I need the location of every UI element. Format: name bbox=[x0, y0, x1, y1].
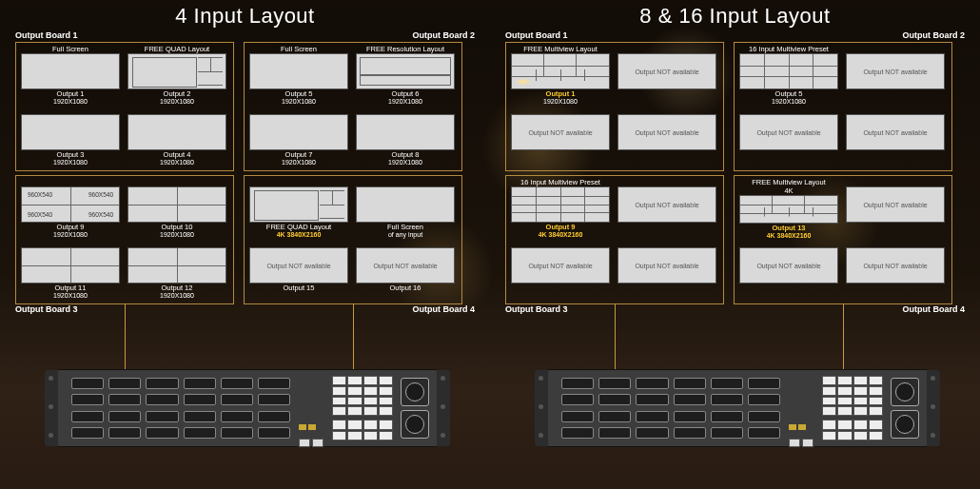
label-output-board-1: Output Board 1 bbox=[505, 30, 568, 40]
output-15: Output NOT available Output 15 bbox=[248, 239, 349, 292]
output-full-any: Full Screen of any input bbox=[355, 178, 456, 239]
output-na: Output NOT available bbox=[617, 239, 717, 284]
output-11: Output 11 1920X1080 bbox=[20, 239, 121, 300]
highlight-icon bbox=[515, 78, 532, 86]
thumb-not-available: Output NOT available bbox=[617, 53, 716, 89]
thumb-16-grid bbox=[511, 186, 610, 223]
output-na: Output NOT available bbox=[617, 106, 717, 150]
output-2: FREE QUAD Layout Output 2 1920X1080 bbox=[127, 45, 227, 106]
output-board-3: 16 Input Multiview Preset Output 9 4K 38… bbox=[505, 175, 724, 304]
output-board-4: FREE Multiview Layout4K Output 13 4K 384… bbox=[734, 175, 952, 304]
thumb-not-available: Output NOT available bbox=[617, 247, 716, 284]
label-output-board-2: Output Board 2 bbox=[413, 30, 476, 40]
thumb-fullscreen bbox=[21, 53, 120, 89]
output-na: Output NOT available bbox=[510, 239, 611, 284]
output-na: Output NOT available bbox=[617, 45, 717, 89]
label-output-board-2: Output Board 2 bbox=[903, 30, 966, 40]
output-8: Output 8 1920X1080 bbox=[355, 106, 456, 166]
thumb-16-preset bbox=[739, 53, 838, 89]
hardware-unit-right bbox=[547, 369, 928, 447]
output-16: Output NOT available Output 16 bbox=[355, 239, 456, 292]
thumb-quad bbox=[127, 186, 226, 223]
output-na: Output NOT available bbox=[617, 178, 717, 223]
thumb-free-quad bbox=[249, 186, 348, 223]
label-output-board-4: Output Board 4 bbox=[413, 304, 476, 314]
aux-ports bbox=[298, 418, 326, 440]
thumb-fullscreen bbox=[249, 53, 348, 89]
thumb-blank bbox=[21, 114, 120, 150]
output-na: Output NOT available bbox=[738, 239, 839, 284]
output-board-1: FREE Multiview Layout Output 1 1920X1080… bbox=[505, 42, 724, 171]
output-board-3: 960X540 960X540 960X540 960X540 Output 9… bbox=[15, 175, 234, 304]
thumb-not-available: Output NOT available bbox=[846, 53, 945, 89]
button-grid bbox=[332, 376, 393, 416]
thumb-free-resolution bbox=[356, 53, 455, 89]
label-output-board-4: Output Board 4 bbox=[903, 304, 966, 314]
thumb-free-multiview bbox=[511, 53, 610, 89]
panel-4-input: 4 Input Layout Output Board 1 Output Boa… bbox=[0, 0, 490, 489]
thumb-not-available: Output NOT available bbox=[511, 114, 610, 150]
output-5: 16 Input Multiview Preset Output 5 1920X… bbox=[738, 45, 839, 106]
output-board-2: Full Screen Output 5 1920X1080 FREE Reso… bbox=[244, 42, 462, 171]
output-na: Output NOT available bbox=[845, 178, 946, 223]
aux-ports bbox=[788, 418, 816, 440]
thumb-not-available: Output NOT available bbox=[846, 114, 945, 150]
xlr-port-1 bbox=[891, 378, 919, 406]
output-10: Output 10 1920X1080 bbox=[127, 178, 227, 239]
output-na: Output NOT available bbox=[738, 106, 839, 150]
xlr-port-2 bbox=[401, 410, 429, 439]
thumb-quad bbox=[21, 247, 120, 284]
output-board-4: FREE QUAD Layout 4K 3840X2160 Full Scree… bbox=[244, 175, 462, 304]
thumb-not-available: Output NOT available bbox=[739, 247, 838, 284]
thumb-free-multiview-4k bbox=[739, 195, 838, 224]
output-free-quad-4k: FREE QUAD Layout 4K 3840X2160 bbox=[248, 178, 349, 239]
button-grid bbox=[822, 376, 883, 416]
button-grid-2 bbox=[332, 420, 393, 440]
thumb-not-available: Output NOT available bbox=[249, 247, 348, 284]
hardware-unit-left bbox=[57, 369, 438, 447]
xlr-port-1 bbox=[401, 378, 429, 406]
xlr-port-2 bbox=[891, 410, 919, 439]
thumb-fullscreen bbox=[356, 186, 455, 223]
thumb-not-available: Output NOT available bbox=[846, 247, 945, 284]
panel-8-16-input: 8 & 16 Input Layout Output Board 1 Outpu… bbox=[490, 0, 980, 489]
output-board-1: Full Screen Output 1 1920X1080 FREE QUAD… bbox=[15, 42, 234, 171]
thumb-not-available: Output NOT available bbox=[846, 186, 945, 223]
output-4: Output 4 1920X1080 bbox=[127, 106, 227, 166]
thumb-not-available: Output NOT available bbox=[617, 186, 716, 223]
thumb-not-available: Output NOT available bbox=[511, 247, 610, 284]
thumb-quad bbox=[127, 247, 226, 284]
output-6: FREE Resolution Layout Output 6 1920X108… bbox=[355, 45, 456, 106]
button-grid-2 bbox=[822, 420, 883, 440]
output-na: Output NOT available bbox=[845, 106, 946, 150]
output-1: Full Screen Output 1 1920X1080 bbox=[20, 45, 121, 106]
title-8-16-input: 8 & 16 Input Layout bbox=[490, 4, 980, 29]
output-5: Full Screen Output 5 1920X1080 bbox=[248, 45, 349, 106]
thumb-not-available: Output NOT available bbox=[356, 247, 455, 284]
output-na: Output NOT available bbox=[845, 45, 946, 89]
hdmi-ports bbox=[71, 378, 290, 440]
output-7: Output 7 1920X1080 bbox=[248, 106, 349, 166]
output-9: 960X540 960X540 960X540 960X540 Output 9… bbox=[20, 178, 121, 239]
output-13: FREE Multiview Layout4K Output 13 4K 384… bbox=[738, 178, 839, 240]
title-4-input: 4 Input Layout bbox=[0, 4, 490, 29]
thumb-free-quad bbox=[127, 53, 226, 89]
thumb-blank bbox=[356, 114, 455, 150]
output-12: Output 12 1920X1080 bbox=[127, 239, 227, 300]
thumb-not-available: Output NOT available bbox=[739, 114, 838, 150]
output-3: Output 3 1920X1080 bbox=[20, 106, 121, 166]
label-output-board-3: Output Board 3 bbox=[505, 304, 568, 314]
output-na: Output NOT available bbox=[510, 106, 611, 150]
label-output-board-3: Output Board 3 bbox=[15, 304, 78, 314]
hdmi-ports bbox=[561, 378, 780, 440]
thumb-blank bbox=[127, 114, 226, 150]
thumb-blank bbox=[249, 114, 348, 150]
output-1: FREE Multiview Layout Output 1 1920X1080 bbox=[510, 45, 611, 106]
thumb-not-available: Output NOT available bbox=[617, 114, 716, 150]
output-na: Output NOT available bbox=[845, 239, 946, 284]
output-9: 16 Input Multiview Preset Output 9 4K 38… bbox=[510, 178, 611, 239]
label-output-board-1: Output Board 1 bbox=[15, 30, 78, 40]
output-board-2: 16 Input Multiview Preset Output 5 1920X… bbox=[734, 42, 952, 171]
thumb-quad-labeled: 960X540 960X540 960X540 960X540 bbox=[21, 186, 120, 223]
